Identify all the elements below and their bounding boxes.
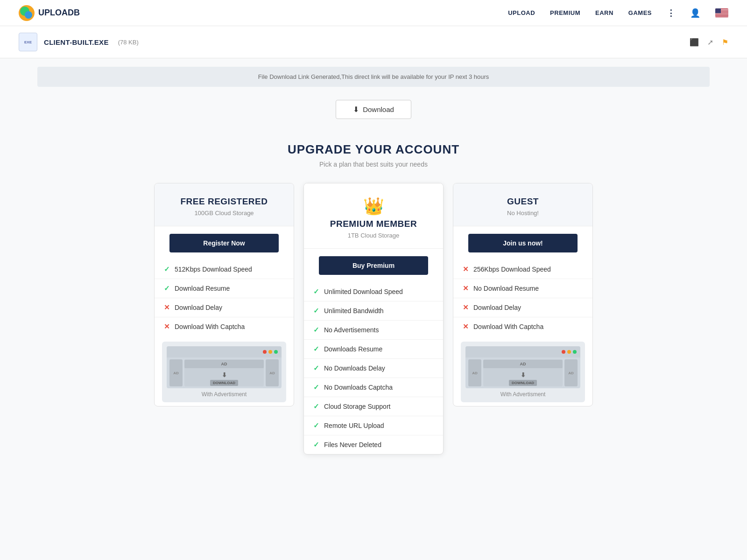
feature-label: 512Kbps Download Speed — [175, 266, 252, 273]
check-icon: ✓ — [313, 383, 319, 392]
info-bar: File Download Link Generated,This direct… — [37, 67, 710, 87]
flag-report-icon[interactable]: ⚑ — [722, 38, 728, 47]
crown-icon: 👑 — [315, 196, 432, 216]
feature-label: Unlimited Bandwidth — [324, 307, 384, 315]
feature-item: ✓ Unlimited Bandwidth — [304, 301, 443, 321]
brand-icon — [19, 5, 35, 21]
check-icon: ✓ — [313, 402, 319, 411]
file-info: EXE CLIENT-BUILT.EXE (78 KB) — [19, 33, 139, 51]
check-icon: ✓ — [313, 287, 319, 296]
upgrade-title: UPGRADE YOUR ACCOUNT — [19, 142, 728, 157]
plan-action-area: Register Now — [155, 226, 294, 260]
plan-storage: No Hosting! — [465, 210, 581, 217]
cross-icon: ✕ — [463, 265, 469, 273]
plan-name: FREE REGISTERED — [166, 196, 282, 207]
feature-item: ✓ Remote URL Upload — [304, 416, 443, 435]
ad-label: With Advertisment — [465, 391, 580, 398]
plan-action-area: Buy Premium — [304, 249, 443, 282]
svg-rect-15 — [715, 17, 728, 17]
cross-icon: ✕ — [164, 303, 170, 312]
plans-container: FREE REGISTERED 100GB Cloud Storage Regi… — [19, 183, 728, 455]
feature-item: ✓ Download Resume — [155, 279, 294, 298]
file-thumbnail: EXE — [19, 33, 37, 51]
feature-label: No Advertisements — [324, 326, 379, 334]
feature-label: 256Kbps Download Speed — [473, 266, 551, 273]
plan-action-button[interactable]: Buy Premium — [319, 256, 428, 275]
file-header: EXE CLIENT-BUILT.EXE (78 KB) ⬛ ➚ ⚑ — [0, 26, 747, 58]
download-icon: ⬇ — [353, 105, 359, 114]
plan-action-button[interactable]: Register Now — [169, 234, 279, 252]
svg-rect-14 — [715, 16, 728, 16]
nav-upload[interactable]: UPLOAD — [508, 9, 535, 16]
feature-item: ✕ Download With Captcha — [155, 317, 294, 336]
nav-earn[interactable]: EARN — [595, 9, 613, 16]
flag-icon — [715, 8, 728, 17]
file-actions: ⬛ ➚ ⚑ — [690, 38, 728, 47]
plan-card-free: FREE REGISTERED 100GB Cloud Storage Regi… — [154, 183, 294, 406]
plan-features-list: ✕ 256Kbps Download Speed ✕ No Download R… — [453, 260, 592, 336]
svg-rect-10 — [715, 13, 728, 14]
feature-item: ✕ 256Kbps Download Speed — [453, 260, 592, 279]
svg-point-2 — [25, 11, 32, 19]
ad-mockup: AD AD ⬇ DOWNLOAD AD With Advertisment — [162, 342, 286, 402]
nav-premium[interactable]: PREMIUM — [550, 9, 580, 16]
feature-item: ✓ No Downloads Captcha — [304, 378, 443, 397]
check-icon: ✓ — [164, 284, 170, 293]
feature-label: Download Delay — [473, 304, 521, 311]
feature-label: No Downloads Delay — [324, 364, 385, 372]
nav-links: UPLOAD PREMIUM EARN GAMES ⋮ 👤 — [508, 8, 728, 18]
cross-icon: ✕ — [164, 322, 170, 331]
plan-header: FREE REGISTERED 100GB Cloud Storage — [155, 183, 294, 226]
navbar: UPLOADB UPLOAD PREMIUM EARN GAMES ⋮ 👤 — [0, 0, 747, 26]
download-button[interactable]: ⬇ Download — [336, 100, 411, 119]
feature-label: Download With Captcha — [473, 323, 543, 330]
monitor-icon[interactable]: ⬛ — [690, 38, 699, 47]
plan-card-guest: GUEST No Hosting! Join us now! ✕ 256Kbps… — [453, 183, 593, 406]
feature-label: Download Delay — [175, 304, 222, 311]
feature-label: Files Never Deleted — [324, 441, 381, 448]
share-icon[interactable]: ➚ — [707, 38, 713, 47]
feature-item: ✓ Cloud Storage Support — [304, 397, 443, 416]
feature-item: ✓ No Advertisements — [304, 321, 443, 340]
svg-rect-11 — [715, 14, 728, 14]
svg-rect-12 — [715, 14, 728, 15]
download-label: Download — [363, 105, 394, 113]
plan-action-button[interactable]: Join us now! — [468, 234, 578, 252]
feature-label: Cloud Storage Support — [324, 403, 390, 410]
check-icon: ✓ — [313, 441, 319, 449]
check-icon: ✓ — [313, 345, 319, 353]
plan-card-premium: 👑 PREMIUM MEMBER 1TB Cloud Storage Buy P… — [303, 183, 444, 455]
upgrade-section: UPGRADE YOUR ACCOUNT Pick a plan that be… — [0, 124, 747, 483]
plan-features-list: ✓ Unlimited Download Speed ✓ Unlimited B… — [304, 282, 443, 454]
feature-item: ✓ 512Kbps Download Speed — [155, 260, 294, 279]
plan-name: GUEST — [465, 196, 581, 207]
feature-item: ✓ Downloads Resume — [304, 340, 443, 359]
ad-label: With Advertisment — [167, 391, 282, 398]
nav-games[interactable]: GAMES — [628, 9, 652, 16]
user-icon[interactable]: 👤 — [690, 8, 700, 18]
file-name: CLIENT-BUILT.EXE — [44, 38, 109, 46]
brand-logo[interactable]: UPLOADB — [19, 5, 80, 21]
info-bar-text: File Download Link Generated,This direct… — [258, 73, 489, 80]
check-icon: ✓ — [313, 421, 319, 430]
feature-label: No Download Resume — [473, 285, 539, 292]
feature-item: ✕ No Download Resume — [453, 279, 592, 298]
cross-icon: ✕ — [463, 322, 469, 331]
plan-features-list: ✓ 512Kbps Download Speed ✓ Download Resu… — [155, 260, 294, 336]
download-area: ⬇ Download — [0, 87, 747, 124]
feature-item: ✓ No Downloads Delay — [304, 359, 443, 378]
nav-more-icon[interactable]: ⋮ — [667, 8, 675, 18]
cross-icon: ✕ — [463, 284, 469, 293]
plan-action-area: Join us now! — [453, 226, 592, 260]
svg-rect-13 — [715, 15, 728, 16]
feature-item: ✕ Download With Captcha — [453, 317, 592, 336]
plan-header: GUEST No Hosting! — [453, 183, 592, 226]
check-icon: ✓ — [313, 364, 319, 372]
feature-label: No Downloads Captcha — [324, 384, 393, 391]
feature-item: ✓ Unlimited Download Speed — [304, 282, 443, 301]
plan-name: PREMIUM MEMBER — [315, 219, 432, 229]
feature-item: ✕ Download Delay — [453, 298, 592, 317]
check-icon: ✓ — [313, 326, 319, 334]
feature-item: ✕ Download Delay — [155, 298, 294, 317]
ad-mockup: AD AD ⬇ DOWNLOAD AD With Advertisment — [461, 342, 585, 402]
